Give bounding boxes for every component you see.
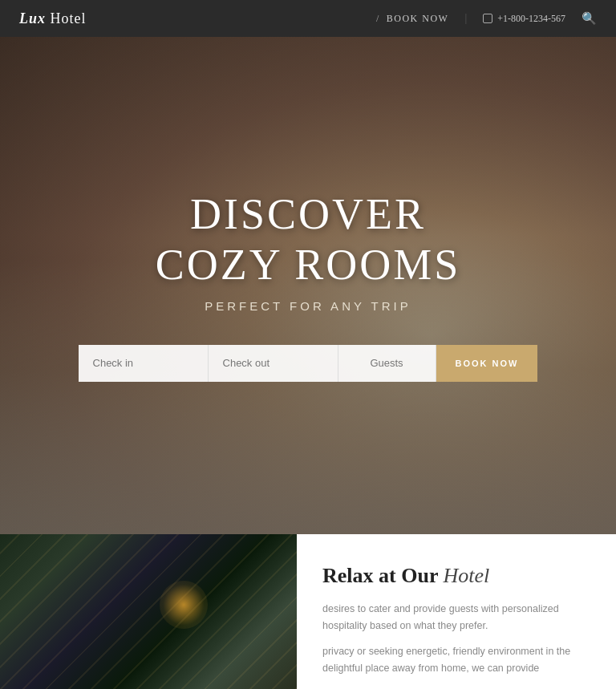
checkin-input[interactable]: [79, 345, 209, 382]
lower-text-content: Relax at Our Hotel desires to cater and …: [297, 534, 616, 689]
book-now-button[interactable]: BOOK NOW: [436, 345, 538, 382]
navbar: Lux Hotel BOOK NOW | +1-800-1234-567 🔍: [0, 0, 616, 37]
lower-heading-italic: Hotel: [443, 564, 489, 587]
phone-number: +1-800-1234-567: [497, 13, 565, 25]
nav-divider: |: [464, 12, 467, 25]
search-icon[interactable]: 🔍: [582, 11, 597, 26]
phone-icon: [483, 14, 492, 23]
navbar-right: BOOK NOW | +1-800-1234-567 🔍: [376, 11, 597, 26]
hero-title: DISCOVER COZY ROOMS: [156, 189, 461, 289]
hero-title-line1: DISCOVER: [190, 190, 426, 238]
staircase-bg: [0, 534, 297, 689]
lower-para-2: privacy or seeking energetic, friendly e…: [322, 643, 590, 676]
lower-staircase-image: [0, 534, 297, 689]
brand-hotel: Hotel: [46, 10, 87, 26]
hero-section: DISCOVER COZY ROOMS PERFECT FOR ANY TRIP…: [0, 37, 616, 534]
lower-heading-normal: Relax at Our: [322, 564, 438, 587]
nav-book-now[interactable]: BOOK NOW: [376, 13, 449, 25]
guests-input[interactable]: [338, 345, 436, 382]
booking-bar: BOOK NOW: [79, 345, 538, 382]
lower-para-1: desires to cater and provide guests with…: [322, 601, 590, 634]
lower-heading: Relax at Our Hotel: [322, 563, 590, 588]
hero-subtitle: PERFECT FOR ANY TRIP: [156, 299, 461, 313]
nav-phone[interactable]: +1-800-1234-567: [483, 13, 565, 25]
hero-title-line2: COZY ROOMS: [156, 241, 461, 289]
brand-lux: Lux: [19, 10, 46, 26]
checkout-input[interactable]: [209, 345, 338, 382]
brand-logo[interactable]: Lux Hotel: [19, 10, 87, 27]
hero-content: DISCOVER COZY ROOMS PERFECT FOR ANY TRIP: [156, 189, 461, 312]
lower-section: Relax at Our Hotel desires to cater and …: [0, 534, 616, 689]
